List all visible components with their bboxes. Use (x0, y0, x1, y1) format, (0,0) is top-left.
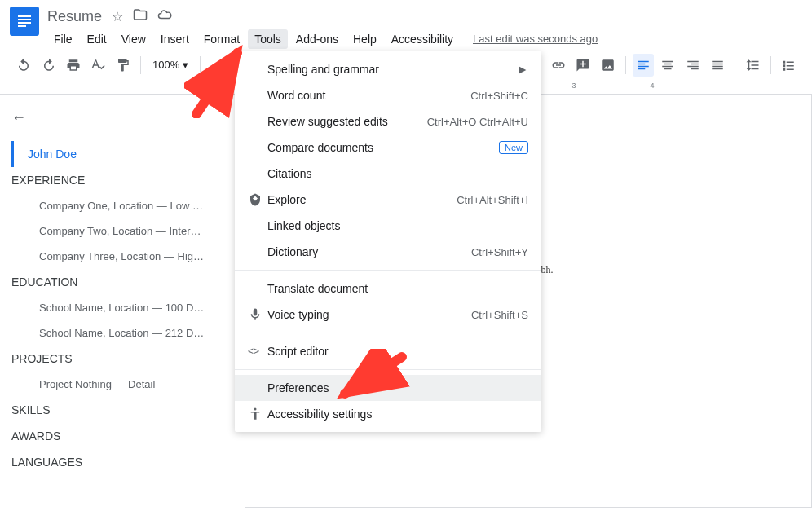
document-title[interactable]: Resume (47, 8, 102, 25)
align-justify-button[interactable] (707, 54, 728, 77)
menu-tools[interactable]: Tools (248, 29, 288, 49)
outline-title[interactable]: John Doe (11, 141, 233, 167)
menu-item-label: Accessibility settings (267, 407, 528, 421)
menu-item-citations[interactable]: Citations (235, 161, 541, 187)
undo-button[interactable] (13, 54, 34, 77)
align-left-button[interactable] (633, 54, 654, 77)
menu-item-label: Compare documents (267, 141, 499, 154)
menu-item-label: Preferences (267, 381, 528, 394)
move-icon[interactable] (133, 7, 148, 25)
menu-item-dictionary[interactable]: DictionaryCtrl+Shift+Y (235, 239, 541, 265)
zoom-select[interactable]: 100% ▾ (148, 59, 193, 71)
outline-heading[interactable]: LANGUAGES (11, 449, 233, 475)
zoom-value: 100% (152, 59, 179, 71)
outline-heading[interactable]: EDUCATION (11, 269, 233, 295)
menu-item-review-suggested-edits[interactable]: Review suggested editsCtrl+Alt+O Ctrl+Al… (235, 108, 541, 134)
insert-image-button[interactable] (597, 54, 618, 77)
outline-heading[interactable]: SKILLS (11, 397, 233, 423)
menu-help[interactable]: Help (346, 29, 383, 49)
new-badge: New (499, 141, 528, 154)
menu-item-label: Voice typing (267, 308, 471, 321)
line-spacing-button[interactable] (742, 54, 763, 77)
menu-view[interactable]: View (115, 29, 152, 49)
collapse-outline-button[interactable]: ← (11, 109, 233, 126)
add-comment-button[interactable] (572, 54, 594, 77)
explore-icon (248, 192, 267, 207)
menu-addons[interactable]: Add-ons (289, 29, 345, 49)
accessibility-icon (248, 407, 267, 421)
outline-heading[interactable]: EXPERIENCE (11, 167, 233, 193)
menu-item-shortcut: Ctrl+Shift+S (471, 309, 528, 321)
chevron-down-icon: ▾ (183, 59, 188, 71)
outline-item[interactable]: Company One, Location — Low … (11, 193, 233, 218)
menu-item-label: Review suggested edits (267, 115, 427, 128)
menu-item-compare-documents[interactable]: Compare documentsNew (235, 134, 541, 161)
menu-accessibility[interactable]: Accessibility (385, 29, 460, 49)
menu-edit[interactable]: Edit (81, 29, 113, 49)
menu-item-label: Script editor (267, 345, 528, 358)
menu-item-label: Linked objects (267, 219, 528, 232)
script-icon: <> (248, 346, 267, 357)
menu-bar: File Edit View Insert Format Tools Add-o… (47, 29, 802, 49)
menu-item-shortcut: Ctrl+Shift+Y (471, 246, 528, 258)
align-center-button[interactable] (657, 54, 678, 77)
redo-button[interactable] (38, 54, 59, 77)
outline-item[interactable]: School Name, Location — 212 D… (11, 320, 233, 346)
outline-item[interactable]: Company Two, Location — Inter… (11, 218, 233, 244)
last-edit-link[interactable]: Last edit was seconds ago (473, 29, 598, 49)
mic-icon (248, 307, 267, 322)
print-button[interactable] (63, 54, 84, 77)
submenu-arrow-icon: ► (517, 63, 528, 76)
svg-point-0 (254, 408, 257, 411)
align-right-button[interactable] (682, 54, 703, 77)
menu-item-spelling-and-grammar[interactable]: Spelling and grammar► (235, 56, 541, 82)
paint-format-button[interactable] (113, 54, 134, 77)
menu-item-voice-typing[interactable]: Voice typingCtrl+Shift+S (235, 302, 541, 328)
outline-item[interactable]: Company Three, Location — Hig… (11, 244, 233, 269)
menu-item-word-count[interactable]: Word countCtrl+Shift+C (235, 82, 541, 108)
menu-item-shortcut: Ctrl+Shift+C (470, 90, 528, 102)
menu-item-script-editor[interactable]: <>Script editor (235, 338, 541, 364)
menu-item-label: Explore (267, 193, 457, 206)
menu-format[interactable]: Format (197, 29, 246, 49)
menu-item-shortcut: Ctrl+Alt+Shift+I (457, 194, 528, 206)
docs-logo[interactable] (10, 7, 39, 36)
checklist-button[interactable] (778, 54, 799, 77)
outline-item[interactable]: School Name, Location — 100 D… (11, 295, 233, 320)
insert-link-button[interactable] (548, 54, 569, 77)
menu-item-label: Translate document (267, 282, 528, 295)
menu-item-explore[interactable]: ExploreCtrl+Alt+Shift+I (235, 187, 541, 213)
cloud-status-icon[interactable] (157, 7, 172, 25)
menu-item-label: Word count (267, 89, 470, 102)
menu-item-label: Spelling and grammar (267, 63, 517, 76)
menu-file[interactable]: File (47, 29, 79, 49)
outline-heading[interactable]: AWARDS (11, 423, 233, 449)
menu-item-accessibility-settings[interactable]: Accessibility settings (235, 401, 541, 427)
menu-insert[interactable]: Insert (154, 29, 196, 49)
menu-item-translate-document[interactable]: Translate document (235, 275, 541, 302)
menu-item-shortcut: Ctrl+Alt+O Ctrl+Alt+U (427, 116, 528, 128)
outline-heading[interactable]: PROJECTS (11, 346, 233, 372)
menu-item-label: Citations (267, 167, 528, 180)
tools-dropdown: Spelling and grammar►Word countCtrl+Shif… (235, 51, 541, 432)
outline-item[interactable]: Project Nothing — Detail (11, 372, 233, 397)
star-icon[interactable]: ☆ (112, 9, 123, 24)
menu-item-preferences[interactable]: Preferences (235, 375, 541, 401)
menu-item-label: Dictionary (267, 245, 471, 258)
menu-item-linked-objects[interactable]: Linked objects (235, 213, 541, 239)
document-outline: ← John Doe EXPERIENCECompany One, Locati… (0, 95, 245, 508)
spellcheck-button[interactable] (87, 54, 108, 77)
